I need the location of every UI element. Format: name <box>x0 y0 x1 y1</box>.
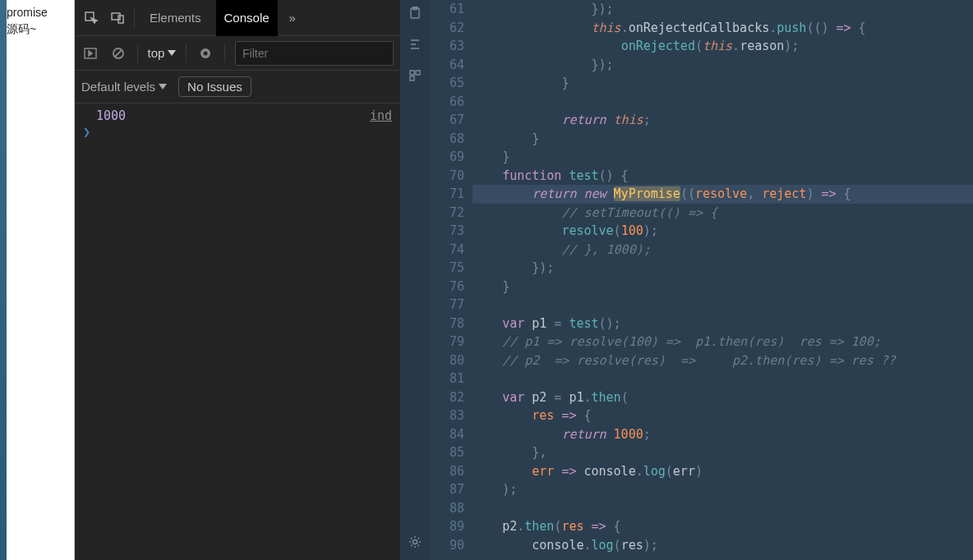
line-number: 89 <box>430 517 464 536</box>
log-levels-selector[interactable]: Default levels <box>81 80 167 94</box>
issues-button[interactable]: No Issues <box>178 76 251 97</box>
tab-elements[interactable]: Elements <box>141 0 210 36</box>
device-toolbar-icon[interactable] <box>108 8 127 28</box>
chevron-down-icon <box>159 84 167 90</box>
svg-rect-10 <box>410 71 414 75</box>
line-number: 72 <box>430 204 464 223</box>
line-number: 88 <box>430 499 464 518</box>
console-filter-input[interactable] <box>235 41 394 66</box>
log-source-link[interactable]: ind <box>370 108 392 123</box>
code-line[interactable]: var p1 = test(); <box>473 314 973 333</box>
structure-icon[interactable] <box>407 67 423 84</box>
line-number: 87 <box>430 480 464 499</box>
editor-gutter-actions <box>400 0 430 560</box>
line-number: 62 <box>430 19 464 38</box>
code-content[interactable]: }); this.onRejectedCallbacks.push(() => … <box>473 0 973 560</box>
code-line[interactable]: } <box>473 278 973 296</box>
line-number: 80 <box>430 351 464 370</box>
code-line[interactable]: // p2 => resolve(res) => p2.then(res) =>… <box>473 351 973 370</box>
line-number: 85 <box>430 443 464 462</box>
sidebar-toggle-icon[interactable] <box>81 44 99 63</box>
divider <box>186 44 187 62</box>
live-expression-icon[interactable] <box>196 44 214 63</box>
line-number: 68 <box>430 130 464 149</box>
code-line[interactable]: // }, 1000); <box>473 241 973 259</box>
tab-title-line2: 源码~ <box>7 21 67 38</box>
line-number: 90 <box>430 536 464 555</box>
code-line[interactable]: }); <box>473 259 973 278</box>
svg-line-5 <box>115 50 122 57</box>
code-editor[interactable]: 6162636465666768697071727374757677787980… <box>430 0 973 560</box>
line-number: 69 <box>430 148 464 167</box>
line-number: 70 <box>430 167 464 186</box>
code-line[interactable]: resolve(100); <box>473 222 973 241</box>
code-line[interactable] <box>473 370 973 388</box>
svg-rect-11 <box>416 71 420 75</box>
context-label: top <box>148 46 165 60</box>
window-accent-strip <box>0 0 7 560</box>
console-log-area[interactable]: 1000 ind ❯ <box>75 103 400 560</box>
code-line[interactable]: } <box>473 148 973 167</box>
code-line[interactable]: var p2 = p1.then( <box>473 388 973 407</box>
line-number-gutter: 6162636465666768697071727374757677787980… <box>430 0 473 560</box>
code-line[interactable]: }); <box>473 56 973 75</box>
line-number: 61 <box>430 0 464 19</box>
format-icon[interactable] <box>407 36 423 53</box>
console-prompt[interactable]: ❯ <box>75 125 400 140</box>
log-levels-label: Default levels <box>81 80 155 94</box>
gear-icon[interactable] <box>407 534 423 550</box>
code-line[interactable]: this.onRejectedCallbacks.push(() => { <box>473 19 973 38</box>
code-line[interactable]: } <box>473 74 973 93</box>
line-number: 86 <box>430 462 464 481</box>
code-line[interactable]: } <box>473 130 973 149</box>
inspect-element-icon[interactable] <box>81 8 101 28</box>
clipboard-icon[interactable] <box>407 5 423 21</box>
divider <box>224 44 225 62</box>
code-line[interactable] <box>473 93 973 112</box>
code-line[interactable]: return 1000; <box>473 425 973 444</box>
log-value: 1000 <box>96 108 126 123</box>
line-number: 78 <box>430 314 464 333</box>
code-line[interactable]: }, <box>473 443 973 462</box>
console-log-entry[interactable]: 1000 ind <box>75 107 400 125</box>
line-number: 81 <box>430 370 464 388</box>
line-number: 76 <box>430 278 464 296</box>
code-line[interactable]: res => { <box>473 406 973 425</box>
line-number: 74 <box>430 241 464 259</box>
line-number: 65 <box>430 74 464 93</box>
code-line[interactable] <box>473 499 973 518</box>
line-number: 66 <box>430 93 464 112</box>
line-number: 75 <box>430 259 464 278</box>
line-number: 73 <box>430 222 464 241</box>
tab-console[interactable]: Console <box>216 0 278 36</box>
code-line[interactable]: function test() { <box>473 167 973 186</box>
divider <box>134 8 135 28</box>
chevron-down-icon <box>168 50 176 56</box>
code-line[interactable]: p2.then(res => { <box>473 517 973 536</box>
console-levels-bar: Default levels No Issues <box>75 71 400 103</box>
svg-point-13 <box>413 540 417 544</box>
svg-rect-12 <box>410 76 414 80</box>
code-line[interactable]: onRejected(this.reason); <box>473 37 973 56</box>
clear-console-icon[interactable] <box>109 44 127 63</box>
console-toolbar: top <box>75 36 400 71</box>
context-selector[interactable]: top <box>148 46 177 60</box>
devtools-panel: Elements Console » top Default levels No… <box>75 0 400 560</box>
code-line[interactable]: return new MyPromise((resolve, reject) =… <box>473 185 973 204</box>
tab-title-line1: promise <box>7 5 67 21</box>
code-line[interactable]: ); <box>473 480 973 499</box>
code-line[interactable]: console.log(res); <box>473 536 973 555</box>
code-line[interactable] <box>473 296 973 314</box>
line-number: 67 <box>430 111 464 130</box>
line-number: 84 <box>430 425 464 444</box>
divider <box>137 44 138 62</box>
code-line[interactable]: }); <box>473 0 973 19</box>
browser-tab-label: promise 源码~ <box>0 0 75 560</box>
code-line[interactable]: err => console.log(err) <box>473 462 973 481</box>
line-number: 79 <box>430 333 464 351</box>
tab-more[interactable]: » <box>284 11 301 25</box>
code-line[interactable]: // setTimeout(() => { <box>473 204 973 223</box>
line-number: 82 <box>430 388 464 407</box>
code-line[interactable]: return this; <box>473 111 973 130</box>
code-line[interactable]: // p1 => resolve(100) => p1.then(res) re… <box>473 333 973 351</box>
